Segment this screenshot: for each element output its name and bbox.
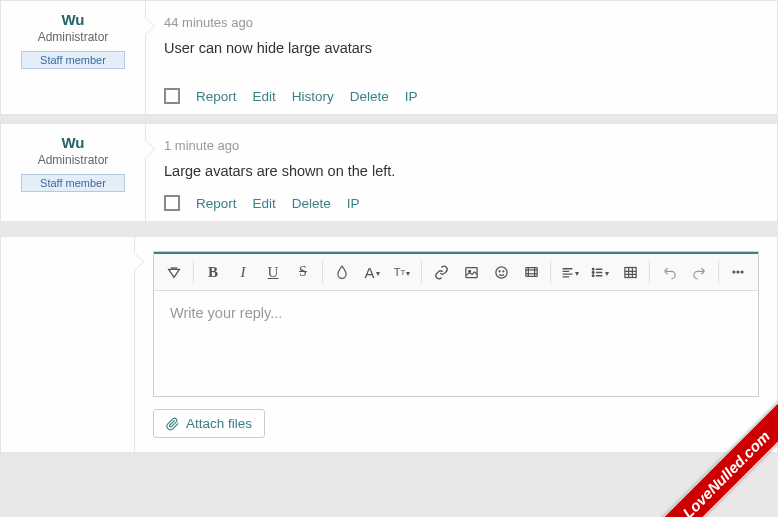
list-icon[interactable]: ▾ [586, 258, 614, 286]
editor-user-block [1, 237, 135, 452]
font-family-icon[interactable]: A▾ [358, 258, 386, 286]
table-icon[interactable] [616, 258, 644, 286]
post-user-block: Wu Administrator Staff member [1, 124, 146, 221]
username-link[interactable]: Wu [9, 134, 137, 151]
user-title: Administrator [9, 153, 137, 167]
attach-files-button[interactable]: Attach files [153, 409, 265, 438]
svg-point-2 [495, 266, 506, 277]
svg-point-4 [502, 270, 503, 271]
history-link[interactable]: History [292, 89, 334, 104]
post: Wu Administrator Staff member 1 minute a… [0, 123, 778, 222]
post-actions-row: Report Edit Delete IP [164, 195, 759, 211]
post-timestamp[interactable]: 44 minutes ago [164, 15, 759, 30]
delete-link[interactable]: Delete [292, 196, 331, 211]
svg-point-11 [737, 271, 739, 273]
svg-point-6 [592, 268, 594, 270]
ip-link[interactable]: IP [347, 196, 360, 211]
image-icon[interactable] [457, 258, 485, 286]
align-icon[interactable]: ▾ [556, 258, 584, 286]
editor-toolbar: B I U S A▾ TT▾ [154, 252, 758, 291]
select-checkbox[interactable] [164, 195, 180, 211]
redo-icon[interactable] [685, 258, 713, 286]
link-icon[interactable] [427, 258, 455, 286]
font-size-icon[interactable]: TT▾ [388, 258, 416, 286]
staff-badge: Staff member [21, 174, 125, 192]
editor-box: B I U S A▾ TT▾ [153, 251, 759, 397]
svg-rect-9 [624, 267, 635, 277]
edit-link[interactable]: Edit [253, 196, 276, 211]
text-color-icon[interactable] [328, 258, 356, 286]
underline-icon[interactable]: U [259, 258, 287, 286]
staff-badge: Staff member [21, 51, 125, 69]
ip-link[interactable]: IP [405, 89, 418, 104]
post-actions-row: Report Edit History Delete IP [164, 88, 759, 104]
post-body: 44 minutes ago User can now hide large a… [146, 1, 777, 114]
post-content: Large avatars are shown on the left. [164, 163, 759, 179]
username-link[interactable]: Wu [9, 11, 137, 28]
post-user-block: Wu Administrator Staff member [1, 1, 146, 114]
svg-point-7 [592, 271, 594, 273]
svg-point-3 [499, 270, 500, 271]
user-title: Administrator [9, 30, 137, 44]
attach-files-label: Attach files [186, 416, 252, 431]
svg-point-8 [592, 274, 594, 276]
post-body: 1 minute ago Large avatars are shown on … [146, 124, 777, 221]
post-content: User can now hide large avatars [164, 40, 759, 56]
post-timestamp[interactable]: 1 minute ago [164, 138, 759, 153]
more-icon[interactable] [724, 258, 752, 286]
edit-link[interactable]: Edit [253, 89, 276, 104]
italic-icon[interactable]: I [229, 258, 257, 286]
svg-point-12 [741, 271, 743, 273]
post: Wu Administrator Staff member 44 minutes… [0, 0, 778, 115]
svg-point-10 [733, 271, 735, 273]
svg-rect-5 [525, 267, 536, 276]
report-link[interactable]: Report [196, 196, 237, 211]
report-link[interactable]: Report [196, 89, 237, 104]
strikethrough-icon[interactable]: S [289, 258, 317, 286]
remove-format-icon[interactable] [160, 258, 188, 286]
delete-link[interactable]: Delete [350, 89, 389, 104]
reply-textarea[interactable]: Write your reply... [154, 291, 758, 396]
select-checkbox[interactable] [164, 88, 180, 104]
undo-icon[interactable] [655, 258, 683, 286]
media-icon[interactable] [517, 258, 545, 286]
paperclip-icon [166, 417, 180, 431]
reply-editor-block: B I U S A▾ TT▾ [0, 236, 778, 453]
smilie-icon[interactable] [487, 258, 515, 286]
editor-main: B I U S A▾ TT▾ [135, 237, 777, 452]
bold-icon[interactable]: B [199, 258, 227, 286]
